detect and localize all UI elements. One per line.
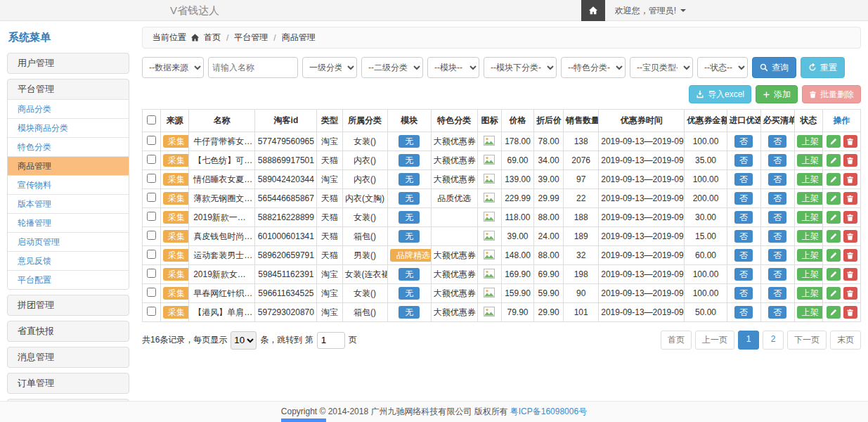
add-button[interactable]: 添加 xyxy=(756,85,798,103)
import-icon xyxy=(696,90,704,98)
row-checkbox[interactable] xyxy=(147,250,156,259)
delete-button[interactable] xyxy=(843,268,857,281)
filter-select-special[interactable]: --特色分类-- xyxy=(561,57,626,78)
row-checkbox[interactable] xyxy=(147,231,156,240)
edit-button[interactable] xyxy=(827,306,841,319)
cell-cb[interactable] xyxy=(143,208,161,227)
batch-delete-button[interactable]: 批量删除 xyxy=(802,85,861,103)
filter-select-module_sub[interactable]: --模块下分类-- xyxy=(484,57,557,78)
home-button[interactable] xyxy=(581,0,605,21)
sidebar-subitem-1-5[interactable]: 版本管理 xyxy=(8,194,129,213)
sidebar-item-1[interactable]: 平台管理 xyxy=(8,79,129,99)
cell-cb[interactable] xyxy=(143,227,161,246)
edit-button[interactable] xyxy=(827,192,841,205)
filter-select-data_source[interactable]: --数据来源-- xyxy=(142,57,204,78)
sidebar-subitem-1-4[interactable]: 宣传物料 xyxy=(8,175,129,194)
delete-button[interactable] xyxy=(843,230,857,243)
row-checkbox[interactable] xyxy=(147,307,156,316)
page-button-4[interactable]: 2 xyxy=(763,331,784,350)
icp-link[interactable]: 粤ICP备16098006号 xyxy=(510,406,587,418)
cell-cb[interactable] xyxy=(143,132,161,151)
edit-button[interactable] xyxy=(827,268,841,281)
cell-cb[interactable] xyxy=(143,189,161,208)
filter-select-item_type[interactable]: --宝贝类型-- xyxy=(630,57,693,78)
cell-category: 内衣(文胸) xyxy=(342,189,387,208)
cell-module: 无 xyxy=(387,265,431,284)
page-button-6[interactable]: 末页 xyxy=(830,331,861,350)
cell-module: 无 xyxy=(387,151,431,170)
edit-button[interactable] xyxy=(827,211,841,224)
cell-coupon_amount: 100.00 xyxy=(685,132,727,151)
cell-cb[interactable] xyxy=(143,265,161,284)
row-checkbox[interactable] xyxy=(147,174,156,183)
sidebar-subitem-1-8[interactable]: 意见反馈 xyxy=(8,251,129,270)
filter-select-cat1[interactable]: 一级分类 xyxy=(302,57,357,78)
sidebar-item-3[interactable]: 省直快报 xyxy=(8,321,129,341)
filter-select-status[interactable]: --状态-- xyxy=(697,57,748,78)
sidebar-item-5[interactable]: 订单管理 xyxy=(8,373,129,393)
delete-button[interactable] xyxy=(843,211,857,224)
table-row: 采集情侣睡衣女夏丝绸男士...589042420344淘宝内衣()无大额优惠券1… xyxy=(143,170,861,189)
select-all-checkbox[interactable] xyxy=(147,115,156,124)
user-menu[interactable]: 欢迎您，管理员! xyxy=(605,5,696,17)
cell-must_buy: 否 xyxy=(760,189,794,208)
edit-button[interactable] xyxy=(827,173,841,186)
cell-cb[interactable] xyxy=(143,284,161,303)
cell-category: 箱包() xyxy=(342,303,387,322)
breadcrumb-item-platform: 平台管理 xyxy=(234,32,268,44)
copyright-text: Copyright © 2014-2018 广州九驰网络科技有限公司 版权所有 xyxy=(281,406,508,418)
sidebar-menu: 用户管理平台管理商品分类模块商品分类特色分类商品管理宣传物料版本管理轮播管理启动… xyxy=(7,53,129,422)
row-checkbox[interactable] xyxy=(147,212,156,221)
page-jump-input[interactable] xyxy=(317,332,345,349)
sidebar-subitem-1-1[interactable]: 模块商品分类 xyxy=(8,118,129,137)
filter-select-cat2[interactable]: --二级分类-- xyxy=(361,57,423,78)
page-button-2[interactable]: 上一页 xyxy=(695,331,734,350)
import-excel-button[interactable]: 导入excel xyxy=(689,85,751,103)
delete-button[interactable] xyxy=(843,154,857,167)
edit-button[interactable] xyxy=(827,249,841,262)
filter-select-module[interactable]: --模块-- xyxy=(427,57,479,78)
page-button-1[interactable]: 首页 xyxy=(661,331,692,350)
delete-button[interactable] xyxy=(843,192,857,205)
sidebar-subitem-1-2[interactable]: 特色分类 xyxy=(8,137,129,156)
col-header-ops: 操作 xyxy=(822,110,860,132)
row-checkbox[interactable] xyxy=(147,155,156,164)
edit-button[interactable] xyxy=(827,287,841,300)
cell-ops xyxy=(822,170,860,189)
cell-icon xyxy=(477,284,501,303)
edit-button[interactable] xyxy=(827,154,841,167)
row-checkbox[interactable] xyxy=(147,288,156,297)
search-button[interactable]: 查询 xyxy=(752,57,796,78)
row-checkbox[interactable] xyxy=(147,136,156,145)
edit-button[interactable] xyxy=(827,230,841,243)
sidebar-subitem-1-6[interactable]: 轮播管理 xyxy=(8,213,129,232)
cell-cb[interactable] xyxy=(143,151,161,170)
cell-cb[interactable] xyxy=(143,303,161,322)
delete-button[interactable] xyxy=(843,173,857,186)
row-checkbox[interactable] xyxy=(147,269,156,278)
row-checkbox[interactable] xyxy=(147,193,156,202)
breadcrumb-home-link[interactable]: 首页 xyxy=(204,32,221,44)
col-header-module: 模块 xyxy=(387,110,431,132)
delete-button[interactable] xyxy=(843,249,857,262)
filter-input-name[interactable] xyxy=(208,57,298,78)
sidebar-subitem-1-3[interactable]: 商品管理 xyxy=(8,156,129,175)
sidebar-item-0[interactable]: 用户管理 xyxy=(8,53,129,73)
per-page-select[interactable]: 10 xyxy=(231,331,257,350)
sidebar-subitem-1-7[interactable]: 启动页管理 xyxy=(8,232,129,251)
cell-cb[interactable] xyxy=(143,246,161,265)
page-button-5[interactable]: 下一页 xyxy=(787,331,827,350)
delete-button[interactable] xyxy=(843,135,857,148)
edit-button[interactable] xyxy=(827,135,841,148)
cell-cb[interactable] xyxy=(143,170,161,189)
delete-button[interactable] xyxy=(843,306,857,319)
delete-button[interactable] xyxy=(843,287,857,300)
sidebar-item-4[interactable]: 消息管理 xyxy=(8,347,129,367)
refresh-icon xyxy=(808,63,817,72)
sidebar-subitem-1-0[interactable]: 商品分类 xyxy=(8,99,129,118)
sidebar-subitem-1-9[interactable]: 平台配置 xyxy=(8,270,129,289)
cell-icon xyxy=(477,151,501,170)
sidebar-item-2[interactable]: 拼团管理 xyxy=(8,295,129,315)
page-button-3[interactable]: 1 xyxy=(738,331,759,350)
reset-button[interactable]: 重置 xyxy=(801,57,845,78)
